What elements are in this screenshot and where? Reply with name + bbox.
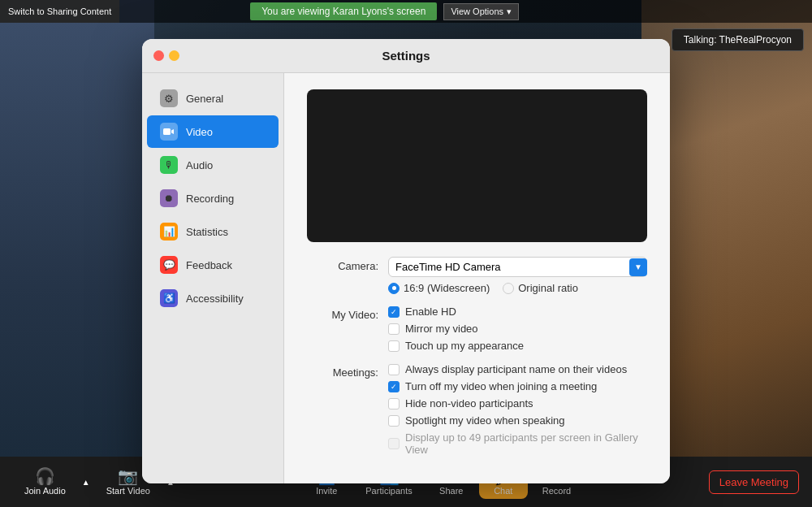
cb-mirror-video bbox=[388, 323, 400, 335]
feedback-icon: 💬 bbox=[160, 256, 178, 274]
radio-original[interactable]: Original ratio bbox=[503, 282, 578, 294]
meetings-label: Meetings: bbox=[307, 363, 388, 379]
checkbox-hide-nonvideo[interactable]: Hide non-video participants bbox=[388, 397, 647, 410]
sidebar-label-video: Video bbox=[186, 126, 213, 138]
cb-display-names bbox=[388, 364, 400, 375]
cb-label-mirror-video: Mirror my video bbox=[405, 323, 478, 335]
sidebar-item-feedback[interactable]: 💬 Feedback bbox=[147, 249, 279, 281]
modal-overlay: Settings ⚙ General Video 🎙 Audio bbox=[0, 0, 812, 507]
recording-icon: ⏺ bbox=[160, 189, 178, 207]
sidebar-label-general: General bbox=[186, 93, 223, 105]
checkbox-spotlight[interactable]: Spotlight my video when speaking bbox=[388, 414, 647, 427]
accessibility-icon: ♿ bbox=[160, 289, 178, 307]
checkbox-touch-up[interactable]: Touch up my appearance bbox=[388, 340, 647, 352]
minimize-button[interactable] bbox=[169, 50, 179, 61]
cb-gallery-view bbox=[388, 438, 400, 449]
sidebar-item-audio[interactable]: 🎙 Audio bbox=[147, 149, 279, 181]
ratio-radio-row: 16:9 (Widescreen) Original ratio bbox=[388, 282, 647, 294]
modal-title: Settings bbox=[382, 49, 430, 63]
meetings-controls: Always display participant name on their… bbox=[388, 363, 647, 456]
cb-label-gallery-view: Display up to 49 participants per screen… bbox=[405, 431, 647, 456]
cb-label-touch-up: Touch up my appearance bbox=[405, 340, 524, 352]
settings-sidebar: ⚙ General Video 🎙 Audio ⏺ Recording bbox=[142, 73, 284, 483]
sidebar-label-recording: Recording bbox=[186, 193, 234, 205]
sidebar-item-video[interactable]: Video bbox=[147, 115, 279, 148]
checkbox-turnoff-video[interactable]: ✓ Turn off my video when joining a meeti… bbox=[388, 380, 647, 392]
checkbox-mirror-video[interactable]: Mirror my video bbox=[388, 323, 647, 335]
meetings-row: Meetings: Always display participant nam… bbox=[307, 363, 647, 456]
modal-header: Settings bbox=[142, 39, 670, 73]
cb-label-display-names: Always display participant name on their… bbox=[405, 363, 627, 375]
cb-label-hide-nonvideo: Hide non-video participants bbox=[405, 397, 533, 410]
cb-enable-hd: ✓ bbox=[388, 306, 400, 318]
camera-select[interactable]: FaceTime HD Camera bbox=[388, 257, 647, 277]
sidebar-label-audio: Audio bbox=[186, 159, 213, 171]
checkbox-gallery-view: Display up to 49 participants per screen… bbox=[388, 431, 647, 456]
radio-label-original: Original ratio bbox=[518, 282, 578, 294]
general-icon: ⚙ bbox=[160, 89, 178, 107]
cb-label-spotlight: Spotlight my video when speaking bbox=[405, 414, 565, 427]
my-video-controls: ✓ Enable HD Mirror my video Touch up my … bbox=[388, 306, 647, 352]
audio-icon: 🎙 bbox=[160, 156, 178, 174]
window-controls bbox=[153, 50, 179, 61]
settings-modal: Settings ⚙ General Video 🎙 Audio bbox=[142, 39, 670, 483]
my-video-row: My Video: ✓ Enable HD Mirror my video bbox=[307, 306, 647, 352]
cb-turnoff-video: ✓ bbox=[388, 381, 400, 392]
cb-touch-up bbox=[388, 340, 400, 352]
camera-select-wrap: FaceTime HD Camera ▼ bbox=[388, 257, 647, 277]
camera-label: Camera: bbox=[307, 257, 388, 272]
svg-rect-0 bbox=[163, 128, 171, 135]
sidebar-item-statistics[interactable]: 📊 Statistics bbox=[147, 215, 279, 248]
close-button[interactable] bbox=[153, 50, 164, 61]
radio-label-widescreen: 16:9 (Widescreen) bbox=[404, 282, 490, 294]
sidebar-label-feedback: Feedback bbox=[186, 259, 232, 271]
modal-body: ⚙ General Video 🎙 Audio ⏺ Recording bbox=[142, 73, 670, 483]
sidebar-label-statistics: Statistics bbox=[186, 226, 228, 238]
radio-dot-original bbox=[503, 283, 514, 294]
sidebar-item-recording[interactable]: ⏺ Recording bbox=[147, 182, 279, 214]
radio-dot-widescreen bbox=[388, 283, 400, 294]
video-settings-content: Camera: FaceTime HD Camera ▼ bbox=[284, 73, 670, 483]
statistics-icon: 📊 bbox=[160, 223, 178, 240]
my-video-label: My Video: bbox=[307, 306, 388, 321]
cb-spotlight bbox=[388, 415, 400, 427]
cb-hide-nonvideo bbox=[388, 398, 400, 410]
sidebar-label-accessibility: Accessibility bbox=[186, 292, 244, 305]
video-icon bbox=[160, 123, 178, 141]
cb-label-enable-hd: Enable HD bbox=[405, 306, 456, 318]
camera-row: Camera: FaceTime HD Camera ▼ bbox=[307, 257, 647, 294]
checkbox-display-names[interactable]: Always display participant name on their… bbox=[388, 363, 647, 375]
cb-label-turnoff-video: Turn off my video when joining a meeting bbox=[405, 380, 597, 392]
video-preview bbox=[307, 89, 647, 242]
checkbox-enable-hd[interactable]: ✓ Enable HD bbox=[388, 306, 647, 318]
sidebar-item-accessibility[interactable]: ♿ Accessibility bbox=[147, 282, 279, 314]
camera-controls: FaceTime HD Camera ▼ 16:9 (Widescreen) bbox=[388, 257, 647, 294]
sidebar-item-general[interactable]: ⚙ General bbox=[147, 82, 279, 115]
radio-widescreen[interactable]: 16:9 (Widescreen) bbox=[388, 282, 490, 294]
